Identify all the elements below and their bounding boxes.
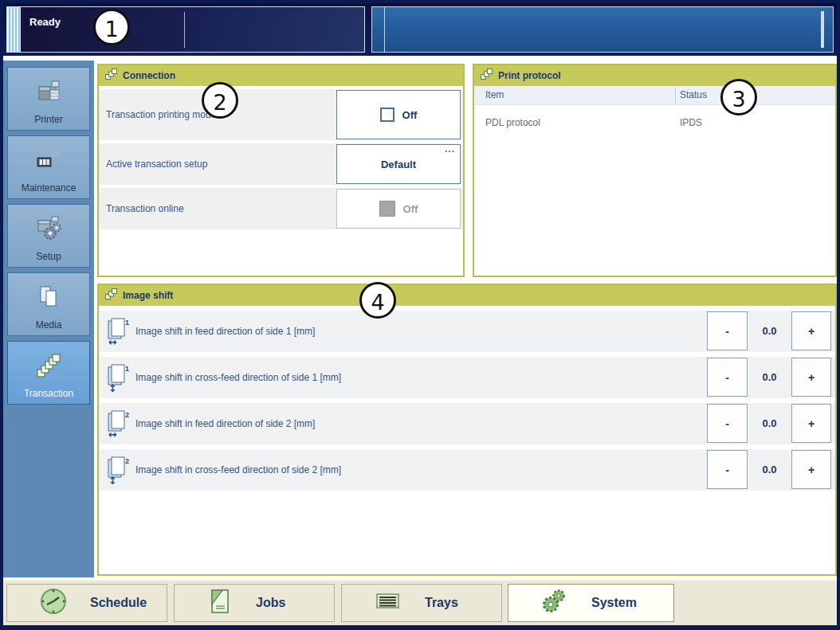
setting-label: Image shift in cross-feed direction of s…	[135, 464, 341, 475]
shift-value: 0.0	[749, 403, 790, 444]
sidebar-item-label: Maintenance	[8, 182, 89, 194]
feed-direction-arrow-icon: ↔	[108, 429, 117, 440]
checkbox-unchecked-icon	[380, 108, 394, 122]
connection-panel-header: Connection	[99, 65, 463, 86]
table-row: PDL protocol IPDS	[474, 105, 835, 140]
schedule-clock-icon	[39, 587, 68, 619]
page-feed-shift-icon: 1 ↔	[108, 318, 130, 346]
setup-icon	[34, 214, 63, 246]
sidebar-item-setup[interactable]: Setup	[7, 204, 90, 268]
sidebar-item-label: Printer	[8, 114, 89, 125]
page-crossfeed-shift-icon: 1 ↕	[108, 364, 130, 393]
image-shift-panel: Image shift 1 ↔ Image shift in feed dire…	[97, 284, 837, 576]
image-shift-row-crossfeed-side1: 1 ↕ Image shift in cross-feed direction …	[99, 357, 835, 398]
image-shift-row-feed-side1: 1 ↔ Image shift in feed direction of sid…	[99, 311, 835, 352]
sidebar-item-label: Transaction	[8, 388, 89, 399]
setting-label: Active transaction setup	[106, 158, 207, 170]
column-header-status: Status	[680, 89, 707, 100]
callout-3: 3	[720, 79, 757, 115]
callout-1: 1	[93, 9, 130, 45]
sidebar-item-transaction[interactable]: Transaction	[7, 341, 90, 405]
column-header-item: Item	[485, 89, 504, 100]
panel-title: Print protocol	[498, 70, 561, 81]
shift-value: 0.0	[749, 357, 790, 398]
print-protocol-panel-header: Print protocol	[474, 65, 835, 86]
tab-jobs[interactable]: Jobs	[174, 584, 335, 622]
scroll-indicator	[821, 11, 824, 48]
image-shift-panel-header: Image shift	[99, 285, 835, 306]
side-number: 2	[125, 457, 129, 465]
tab-schedule[interactable]: Schedule	[6, 584, 167, 622]
side-number: 2	[125, 411, 129, 419]
bottom-tab-bar: Schedule Jobs	[3, 579, 837, 625]
tab-label: Jobs	[256, 596, 285, 610]
feed-direction-arrow-icon: ↔	[108, 337, 117, 347]
cascade-pages-icon	[105, 68, 117, 83]
system-gears-icon	[540, 587, 569, 619]
printer-status-text: Ready	[29, 16, 61, 28]
increase-button[interactable]: +	[791, 404, 831, 443]
panel-title: Connection	[123, 70, 175, 81]
more-options-indicator: ...	[445, 145, 455, 153]
printer-control-screen: Ready Printer	[0, 0, 840, 630]
message-panel-divider	[384, 7, 385, 52]
jobs-document-icon	[206, 587, 234, 619]
image-shift-row-crossfeed-side2: 2 ↕ Image shift in cross-feed direction …	[99, 449, 835, 491]
tab-trays[interactable]: Trays	[341, 584, 502, 622]
printer-status-panel: Ready	[6, 6, 365, 53]
side-number: 1	[125, 365, 129, 373]
protocol-status-cell: IPDS	[680, 117, 702, 128]
sidebar-item-media[interactable]: Media	[7, 272, 90, 336]
side-number: 1	[125, 319, 129, 327]
sidebar-item-label: Media	[8, 319, 89, 331]
status-accent-stripe	[7, 7, 21, 52]
panel-title: Image shift	[123, 290, 173, 301]
setting-value: Default	[381, 158, 416, 170]
print-protocol-panel: Print protocol Item Status PDL protocol …	[473, 64, 837, 277]
increase-button[interactable]: +	[791, 450, 831, 489]
setting-value: Off	[402, 109, 418, 121]
maintenance-icon	[34, 146, 63, 178]
protocol-table-header: Item Status	[474, 86, 835, 105]
toggle-disabled-icon	[379, 201, 395, 217]
column-divider	[675, 88, 676, 104]
page-crossfeed-shift-icon: 2 ↕	[108, 456, 130, 485]
decrease-button[interactable]: -	[707, 358, 748, 397]
callout-4: 4	[359, 282, 396, 319]
decrease-button[interactable]: -	[707, 450, 748, 489]
status-panel-divider	[184, 12, 185, 48]
setting-row-active-transaction-setup: Active transaction setup ... Default	[99, 143, 463, 185]
tab-system[interactable]: System	[508, 584, 674, 622]
setting-label: Image shift in feed direction of side 2 …	[135, 418, 315, 429]
message-panel	[371, 6, 834, 53]
decrease-button[interactable]: -	[707, 311, 748, 350]
tab-label: System	[591, 596, 637, 610]
sidebar-item-printer[interactable]: Printer	[7, 67, 90, 131]
callout-2: 2	[202, 82, 238, 119]
increase-button[interactable]: +	[791, 311, 831, 350]
active-transaction-setup-button[interactable]: ... Default	[336, 144, 461, 184]
transaction-online-button[interactable]: Off	[336, 189, 461, 229]
shift-value: 0.0	[749, 449, 790, 491]
setting-label: Transaction online	[106, 203, 184, 214]
transaction-icon	[34, 351, 63, 383]
shift-value: 0.0	[749, 311, 790, 352]
page-feed-shift-icon: 2 ↔	[108, 410, 130, 439]
tab-label: Trays	[425, 596, 458, 610]
connection-panel: Connection Transaction printing mode Off…	[97, 64, 465, 277]
cascade-pages-icon	[481, 68, 493, 83]
setting-label: Transaction printing mode	[106, 109, 216, 120]
cross-feed-direction-arrow-icon: ↕	[108, 383, 117, 393]
transaction-printing-mode-button[interactable]: Off	[336, 90, 461, 139]
trays-stack-icon	[374, 589, 402, 616]
printer-icon	[34, 77, 63, 109]
tab-label: Schedule	[90, 596, 147, 610]
setting-row-transaction-printing-mode: Transaction printing mode Off	[99, 89, 463, 140]
system-sidebar: Printer Maintenance	[3, 61, 94, 577]
cross-feed-direction-arrow-icon: ↕	[108, 475, 117, 486]
setting-value: Off	[403, 203, 418, 215]
decrease-button[interactable]: -	[707, 404, 748, 443]
increase-button[interactable]: +	[791, 358, 831, 397]
sidebar-item-maintenance[interactable]: Maintenance	[7, 135, 90, 199]
setting-label: Image shift in feed direction of side 1 …	[135, 326, 315, 337]
